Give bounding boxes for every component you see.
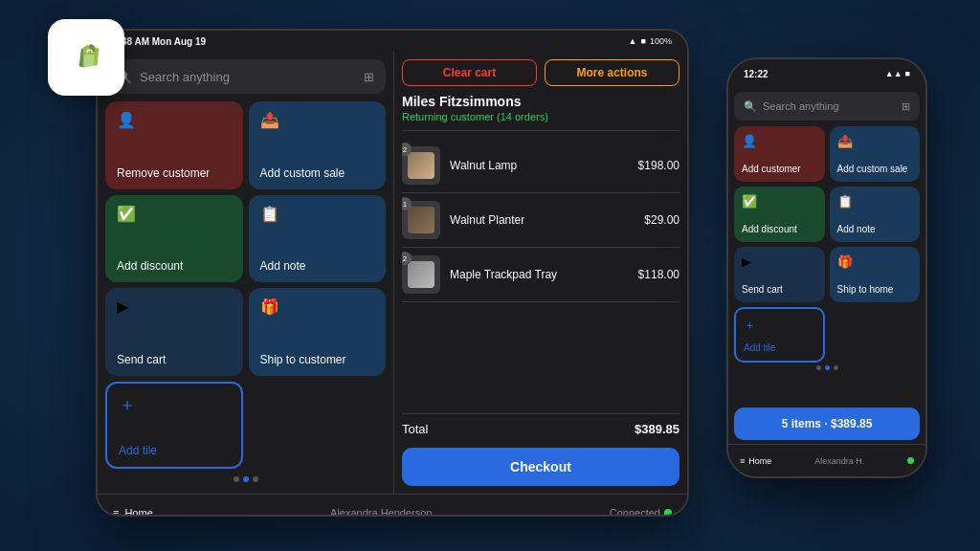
phone-content: 🔍 Search anything ⊞ 👤 Add customer 📤 Add… [728, 86, 925, 408]
phone-pagination-dots [734, 363, 920, 373]
customer-info: Miles Fitzsimmons Returning customer (14… [402, 94, 679, 131]
phone-person-icon: 👤 [742, 134, 757, 148]
phone-user-label: Alexandra H. [814, 456, 864, 466]
item-image-planter: 1 [402, 201, 440, 239]
phone-tile-custom-sale-label: Add custom sale [837, 164, 913, 174]
phone-box-icon: 🎁 [837, 254, 853, 269]
phone-battery-icon: ■ [905, 69, 910, 78]
pagination-dots [105, 473, 386, 486]
phone-tile-ship-label: Ship to home [837, 284, 913, 295]
phone-tile-discount[interactable]: ✅ Add discount [734, 187, 825, 242]
tile-add-discount[interactable]: ✅ Add discount [105, 195, 243, 283]
phone-tile-add-label: Add tile [744, 342, 815, 353]
phone-grid-icon: ⊞ [902, 100, 910, 113]
tablet-bottom-bar: ≡ Home Alexandra Henderson Connected [98, 494, 687, 517]
battery-text: 100% [650, 36, 672, 46]
tile-add-custom-sale[interactable]: 📤 Add custom sale [249, 101, 387, 189]
phone-note-icon: 📋 [837, 194, 853, 209]
phone-search-icon: 🔍 [744, 100, 757, 113]
phone-dot-3[interactable] [834, 365, 838, 370]
checkout-button[interactable]: Checkout [402, 448, 679, 486]
svg-rect-1 [84, 55, 94, 68]
tablet-search-bar[interactable]: 🔍 Search anything ⊞ [105, 59, 386, 94]
tile-send-cart[interactable]: ▶ Send cart [105, 288, 243, 376]
tile-add-new[interactable]: ＋ Add tile [105, 382, 243, 470]
cart-item-3[interactable]: 2 Maple Trackpad Tray $118.00 [402, 248, 679, 302]
tile-ship-to-customer[interactable]: 🎁 Ship to customer [249, 288, 387, 376]
item-name-planter: Walnut Planter [450, 213, 635, 227]
tablet-status-bar: 9:48 AM Mon Aug 19 ▲ ■ 100% [98, 31, 687, 52]
tablet-main-content: 🔍 Search anything ⊞ 👤 Remove customer 📤 … [98, 52, 687, 494]
upload-icon: 📤 [260, 111, 279, 129]
dot-2[interactable] [243, 476, 249, 482]
phone-notch [789, 59, 865, 78]
tablet-home-nav[interactable]: ≡ Home [113, 507, 153, 518]
phone-status-dot [907, 457, 914, 464]
tile-add-note[interactable]: 📋 Add note [249, 195, 387, 283]
tablet-device: 9:48 AM Mon Aug 19 ▲ ■ 100% 🔍 Search any… [96, 29, 689, 517]
tile-note-label: Add note [260, 259, 375, 273]
cart-item-1[interactable]: 2 Walnut Lamp $198.00 [402, 139, 679, 193]
phone-tile-ship[interactable]: 🎁 Ship to home [830, 247, 921, 302]
phone-tile-send-cart[interactable]: ▶ Send cart [734, 247, 825, 302]
phone-tile-add-new[interactable]: ＋ Add tile [734, 307, 825, 363]
plus-icon: ＋ [119, 393, 136, 416]
phone-dot-2[interactable] [825, 365, 830, 370]
phone-arrow-icon: ▶ [742, 254, 751, 269]
tablet-left-panel: 🔍 Search anything ⊞ 👤 Remove customer 📤 … [98, 52, 394, 494]
phone-bottom-bar: ≡ Home Alexandra H. [728, 444, 925, 476]
tile-add-label: Add tile [119, 444, 230, 457]
shopify-logo [48, 19, 124, 96]
phone-tiles-grid: 👤 Add customer 📤 Add custom sale ✅ Add d… [734, 126, 920, 363]
phone-check-icon: ✅ [742, 194, 757, 209]
phone-tile-add-customer[interactable]: 👤 Add customer [734, 126, 825, 182]
item-name-tray: Maple Trackpad Tray [450, 268, 629, 281]
battery-icon: ■ [641, 36, 646, 46]
phone-dot-1[interactable] [816, 365, 821, 370]
connection-label: Connected [610, 507, 660, 518]
grid-icon: ⊞ [364, 70, 374, 84]
phone-device: 12:22 ▲▲ ■ 🔍 Search anything ⊞ 👤 Add cus… [726, 57, 927, 478]
phone-tile-note-label: Add note [837, 224, 913, 234]
customer-name: Miles Fitzsimmons [402, 94, 679, 109]
dot-3[interactable] [253, 476, 258, 482]
clear-cart-button[interactable]: Clear cart [402, 59, 537, 86]
item-image-tray: 2 [402, 255, 440, 294]
tile-ship-label: Ship to customer [260, 353, 375, 366]
wifi-icon: ▲ [629, 36, 637, 46]
phone-tile-add-customer-label: Add customer [742, 164, 817, 174]
tablet-time: 9:48 AM Mon Aug 19 [113, 36, 206, 47]
phone-tile-send-cart-label: Send cart [742, 284, 817, 295]
total-amount: $389.85 [635, 422, 679, 436]
cart-item-2[interactable]: 1 Walnut Planter $29.00 [402, 193, 679, 248]
tray-thumbnail [408, 261, 434, 288]
note-icon: 📋 [260, 205, 279, 223]
tile-remove-customer[interactable]: 👤 Remove customer [105, 101, 243, 189]
phone-upload-icon: 📤 [837, 134, 853, 148]
phone-tile-note[interactable]: 📋 Add note [830, 187, 921, 242]
phone-tile-discount-label: Add discount [742, 224, 817, 234]
phone-menu-icon: ≡ [740, 456, 745, 466]
cart-items-list: 2 Walnut Lamp $198.00 1 Walnut Planter $… [402, 139, 679, 413]
phone-checkout-bar[interactable]: 5 items · $389.85 [734, 408, 920, 440]
tablet-tiles-grid: 👤 Remove customer 📤 Add custom sale ✅ Ad… [105, 101, 386, 469]
phone-home-nav[interactable]: ≡ Home [740, 456, 771, 466]
cart-total: Total $389.85 [402, 413, 679, 444]
status-dot-green [664, 509, 672, 517]
phone-tile-custom-sale[interactable]: 📤 Add custom sale [830, 126, 921, 182]
connection-status: Connected [610, 507, 672, 518]
phone-search-bar[interactable]: 🔍 Search anything ⊞ [734, 92, 920, 121]
more-actions-button[interactable]: More actions [545, 59, 679, 86]
tablet-search-text: Search anything [140, 70, 356, 84]
total-label: Total [402, 422, 428, 436]
tile-custom-sale-label: Add custom sale [260, 166, 375, 180]
menu-icon: ≡ [113, 507, 119, 518]
item-image-lamp: 2 [402, 146, 440, 185]
phone-signal-icon: ▲▲ [885, 69, 902, 78]
tile-send-cart-label: Send cart [117, 353, 232, 366]
tablet-status-icons: ▲ ■ 100% [629, 36, 672, 46]
phone-plus-icon: ＋ [744, 317, 756, 334]
dot-1[interactable] [234, 476, 239, 482]
phone-home-label: Home [748, 456, 771, 466]
tile-discount-label: Add discount [117, 259, 232, 273]
